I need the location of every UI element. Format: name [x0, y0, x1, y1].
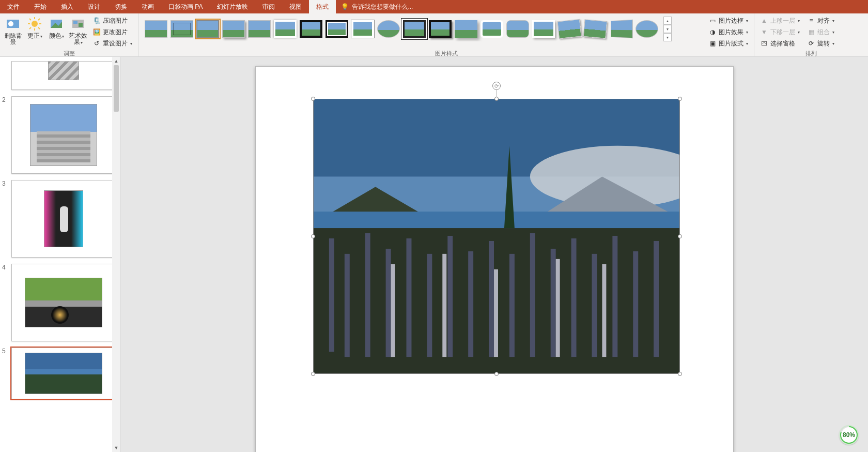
workspace: 2 3 4 5 ▲ ▼: [0, 57, 868, 452]
bring-forward-icon: ▲: [760, 17, 768, 25]
gallery-scroll-down[interactable]: ▾: [663, 25, 672, 33]
tab-review[interactable]: 审阅: [255, 0, 282, 13]
tab-view[interactable]: 视图: [282, 0, 309, 13]
scroll-up-icon[interactable]: ▲: [112, 57, 120, 65]
resize-handle-tl[interactable]: [311, 97, 315, 101]
svg-rect-36: [571, 238, 577, 357]
style-thumb-19[interactable]: [611, 20, 633, 39]
style-thumb-4[interactable]: [222, 20, 245, 38]
slide-canvas[interactable]: ⟳: [255, 66, 734, 452]
tab-design[interactable]: 设计: [81, 0, 107, 13]
picture-effects-button[interactable]: ◑图片效果▾: [706, 27, 751, 37]
change-picture-button[interactable]: 🖼️更改图片: [90, 27, 135, 37]
compress-picture-button[interactable]: 🗜️压缩图片: [90, 16, 135, 26]
style-thumb-7[interactable]: [300, 20, 322, 38]
resize-handle-t[interactable]: [494, 97, 499, 101]
style-thumb-6[interactable]: [274, 20, 297, 38]
style-thumb-12[interactable]: [429, 20, 452, 38]
slide-thumb-1[interactable]: [2, 61, 115, 90]
zoom-indicator[interactable]: 80%: [839, 425, 859, 445]
send-backward-button[interactable]: ▼下移一层▾: [757, 27, 802, 37]
scrollbar-grip[interactable]: [114, 65, 119, 112]
style-thumb-16[interactable]: [532, 20, 555, 38]
slide-number: 3: [2, 180, 8, 258]
style-thumb-9[interactable]: [351, 20, 374, 38]
gallery-more[interactable]: ▾: [663, 33, 672, 41]
svg-rect-27: [386, 249, 391, 357]
tab-format[interactable]: 格式: [309, 0, 336, 13]
svg-rect-44: [556, 259, 560, 357]
resize-handle-r[interactable]: [678, 234, 682, 238]
slide-thumb-2[interactable]: 2: [2, 96, 115, 174]
slide-thumb-5[interactable]: 5: [2, 348, 115, 399]
svg-rect-31: [468, 251, 473, 357]
tab-pocket-anim[interactable]: 口袋动画 PA: [161, 0, 210, 13]
rotate-button[interactable]: ⟳旋转▾: [804, 38, 837, 49]
style-thumb-10[interactable]: [377, 20, 400, 38]
slide-thumb-3[interactable]: 3: [2, 180, 115, 258]
tab-insert[interactable]: 插入: [54, 0, 81, 13]
thumbnails-scrollbar[interactable]: ▲ ▼: [112, 57, 120, 452]
tab-animations[interactable]: 动画: [134, 0, 161, 13]
tell-me-input[interactable]: [352, 3, 486, 10]
style-thumb-13[interactable]: [455, 20, 477, 38]
compress-icon: 🗜️: [92, 17, 101, 25]
lightbulb-icon: 💡: [341, 3, 349, 10]
svg-rect-37: [592, 254, 597, 357]
artistic-effects-button[interactable]: 艺术效果▾: [68, 14, 88, 47]
slide-canvas-area[interactable]: ⟳: [121, 57, 868, 452]
style-thumb-11[interactable]: [403, 20, 426, 38]
style-thumb-18[interactable]: [583, 19, 608, 39]
gallery-scroll-up[interactable]: ▴: [663, 17, 672, 25]
menu-bar: 文件 开始 插入 设计 切换 动画 口袋动画 PA 幻灯片放映 审阅 视图 格式…: [0, 0, 868, 13]
corrections-button[interactable]: 更正▾: [25, 14, 44, 40]
svg-rect-41: [391, 264, 395, 357]
style-thumb-14[interactable]: [481, 20, 503, 38]
slide-thumbnails-pane[interactable]: 2 3 4 5 ▲ ▼: [0, 57, 121, 452]
svg-point-1: [8, 21, 13, 26]
svg-rect-42: [442, 254, 446, 357]
style-thumb-3[interactable]: [196, 20, 219, 38]
resize-handle-br[interactable]: [678, 372, 682, 376]
resize-handle-l[interactable]: [311, 234, 315, 238]
svg-rect-40: [654, 241, 659, 357]
tab-home[interactable]: 开始: [27, 0, 54, 13]
remove-background-icon: [5, 16, 21, 32]
ribbon-group-arrange: ▲上移一层▾ ▼下移一层▾ ⮹选择窗格 ≡对齐▾ ▦组合▾ ⟳旋转▾ 排列: [754, 13, 868, 56]
style-thumb-15[interactable]: [506, 20, 529, 38]
tab-file[interactable]: 文件: [0, 0, 27, 13]
resize-handle-bl[interactable]: [311, 372, 315, 376]
style-thumb-5[interactable]: [248, 20, 271, 38]
group-button[interactable]: ▦组合▾: [804, 27, 837, 37]
tab-transitions[interactable]: 切换: [107, 0, 134, 13]
selected-picture[interactable]: ⟳: [313, 99, 680, 374]
svg-line-10: [29, 27, 31, 29]
style-thumb-20[interactable]: [636, 20, 658, 38]
tell-me[interactable]: 💡: [336, 0, 491, 13]
reset-picture-button[interactable]: ↺重设图片▾: [90, 38, 135, 49]
rotate-handle[interactable]: ⟳: [492, 82, 501, 90]
picture-styles-gallery[interactable]: ▴ ▾ ▾: [142, 14, 701, 41]
align-button[interactable]: ≡对齐▾: [804, 16, 837, 26]
slide-thumb-4[interactable]: 4: [2, 264, 115, 341]
remove-background-button[interactable]: 删除背景: [3, 14, 23, 46]
svg-line-8: [38, 27, 40, 29]
color-button[interactable]: 颜色▾: [47, 14, 66, 40]
style-thumb-2[interactable]: [171, 20, 193, 38]
tab-slideshow[interactable]: 幻灯片放映: [210, 0, 255, 13]
resize-handle-tr[interactable]: [678, 97, 682, 101]
bring-forward-button[interactable]: ▲上移一层▾: [757, 16, 802, 26]
svg-rect-28: [406, 238, 411, 357]
rotate-connector: [497, 90, 497, 97]
resize-handle-b[interactable]: [494, 372, 499, 376]
style-thumb-1[interactable]: [145, 20, 167, 38]
effects-icon: ◑: [708, 28, 717, 36]
svg-rect-38: [612, 236, 617, 357]
svg-rect-35: [551, 249, 556, 357]
style-thumb-8[interactable]: [326, 20, 348, 38]
selection-pane-button[interactable]: ⮹选择窗格: [757, 38, 802, 49]
picture-layout-button[interactable]: ▣图片版式▾: [706, 38, 751, 49]
scroll-down-icon[interactable]: ▼: [112, 444, 120, 452]
style-thumb-17[interactable]: [557, 19, 581, 39]
picture-border-button[interactable]: ▭图片边框▾: [706, 16, 751, 26]
